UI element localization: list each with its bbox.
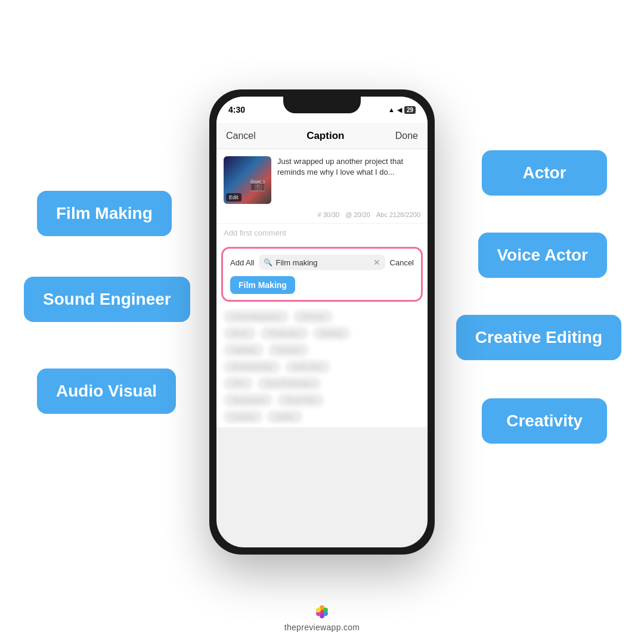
nav-title: Caption [306,130,344,142]
status-icons: ▲ ◀ 29 [388,106,416,114]
tag-film-making[interactable]: Film Making [37,191,172,236]
search-icon: 🔍 [264,258,273,267]
blur-chip-1: Cinematography [224,310,289,323]
nav-done-button[interactable]: Done [395,131,418,141]
footer: thepreviewapp.com [0,603,644,632]
svg-point-6 [316,608,321,612]
mention-count: @ 20/20 [345,211,370,218]
wifi-icon: ▲ [388,106,395,113]
hashtag-count: # 30/30 [318,211,340,218]
search-input-wrap[interactable]: 🔍 Film making ✕ [259,255,385,270]
tag-voice-actor[interactable]: Voice Actor [478,233,607,278]
app-content: Cancel Caption Done 📷 Edit Just wrapped … [216,123,428,427]
search-cancel-button[interactable]: Cancel [390,258,414,267]
comment-placeholder: Add first comment [224,228,286,237]
tag-actor[interactable]: Actor [482,150,607,196]
battery-label: 29 [404,106,416,114]
blurred-tags-area: Cinematography Director Actor Production… [216,306,428,427]
post-caption-text[interactable]: Just wrapped up another project that rem… [277,156,420,204]
blur-chip-2: Director [293,310,333,323]
search-panel: Add All 🔍 Film making ✕ Cancel Film Maki… [221,247,423,302]
search-result-tag[interactable]: Film Making [230,276,414,294]
blur-chip-8: Screenwriting [224,360,280,373]
post-thumbnail: 📷 Edit [224,156,271,204]
add-all-button[interactable]: Add All [230,258,254,267]
app-logo [314,603,330,620]
phone-screen: 4:30 ▲ ◀ 29 Cancel Caption Done [216,97,428,547]
blur-chip-7: Camera [268,343,308,357]
tag-creativity[interactable]: Creativity [482,398,607,444]
tag-sound-engineer[interactable]: Sound Engineer [24,277,190,322]
search-clear-button[interactable]: ✕ [373,258,380,267]
footer-text: thepreviewapp.com [284,623,360,632]
phone-mockup: 4:30 ▲ ◀ 29 Cancel Caption Done [209,89,435,555]
blur-chip-5: Editing [313,327,350,340]
page-container: Film Making Sound Engineer Audio Visual … [0,0,644,644]
blur-chip-10: VFX [224,377,253,390]
edit-label[interactable]: Edit [226,193,242,202]
blur-chip-13: Short Film [277,394,324,407]
blur-chip-6: Lighting [224,343,264,357]
nav-bar: Cancel Caption Done [216,123,428,149]
char-count: Abc 2128/2200 [376,211,420,218]
tag-audio-visual[interactable]: Audio Visual [37,369,176,414]
blur-chip-4: Production [261,327,309,340]
camera-icon: 📷 [249,177,265,192]
add-comment-area[interactable]: Add first comment [216,223,428,242]
post-area: 📷 Edit Just wrapped up another project t… [216,149,428,209]
blur-chip-15: Gaffer [267,410,302,423]
phone-notch [283,97,361,113]
signal-icon: ◀ [397,106,402,114]
blur-chip-12: Storyboard [224,394,273,407]
stats-bar: # 30/30 @ 20/20 Abc 2128/2200 [216,209,428,223]
search-row: Add All 🔍 Film making ✕ Cancel [230,255,414,270]
nav-cancel-button[interactable]: Cancel [226,131,256,141]
status-time: 4:30 [228,105,245,114]
search-input[interactable]: Film making [275,258,370,267]
blur-chip-11: Post Production [258,377,321,390]
blur-chip-3: Actor [224,327,256,340]
film-making-result[interactable]: Film Making [230,276,295,294]
tag-creative-editing[interactable]: Creative Editing [456,315,621,360]
blur-chip-14: Colorist [224,410,262,423]
blur-chip-9: Indie Film [285,360,330,373]
